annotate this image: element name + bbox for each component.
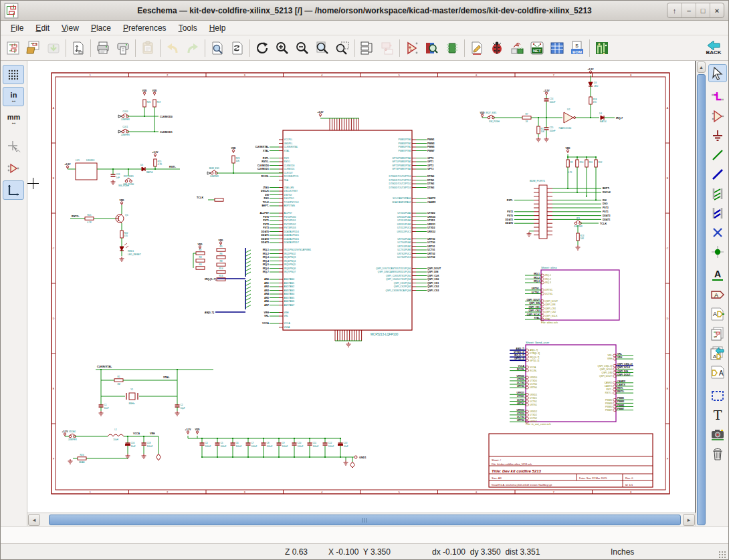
shade-button[interactable]: ↑	[667, 3, 682, 17]
plot-button[interactable]	[113, 37, 133, 59]
units-mm-button[interactable]: mm↔	[3, 109, 24, 128]
bus-to-bus-entry-button[interactable]	[708, 204, 727, 222]
svg-text:C7: C7	[251, 442, 253, 444]
svg-text:VCCA: VCCA	[133, 432, 140, 435]
cursor-shape-button[interactable]	[3, 136, 24, 156]
menu-place[interactable]: Place	[85, 22, 117, 34]
hscroll-thumb[interactable]: |||	[49, 515, 681, 525]
hv-orientation-button[interactable]	[3, 180, 24, 200]
place-wire-button[interactable]	[708, 146, 727, 164]
menu-tools[interactable]: Tools	[173, 22, 203, 34]
svg-text:URXD2: URXD2	[516, 409, 524, 412]
find-replace-button[interactable]	[227, 37, 247, 59]
hscroll-track[interactable]: |||	[41, 514, 682, 526]
svg-text:JUMPER: JUMPER	[210, 175, 219, 178]
grid-toggle-button[interactable]	[3, 65, 24, 84]
place-hierarchical-sheet-button[interactable]	[708, 324, 727, 342]
place-global-label-button[interactable]: A	[708, 285, 727, 303]
place-junction-button[interactable]	[708, 243, 727, 261]
svg-text:CLKOUT: CLKOUT	[284, 172, 292, 174]
assign-footprints-button[interactable]	[507, 37, 527, 59]
svg-text:R21: R21	[88, 214, 92, 217]
place-component-button[interactable]	[708, 107, 727, 125]
place-bus-button[interactable]	[708, 165, 727, 183]
print-button[interactable]	[93, 37, 113, 59]
close-button[interactable]: ×	[710, 3, 724, 17]
find-button[interactable]	[207, 37, 227, 59]
show-hidden-pins-button[interactable]	[3, 158, 24, 178]
select-cursor-icon	[710, 66, 725, 81]
svg-text:5: 5	[399, 74, 400, 77]
menu-file[interactable]: File	[5, 22, 29, 34]
menu-help[interactable]: Help	[203, 22, 232, 34]
open-schematic-button[interactable]	[23, 37, 43, 59]
zoom-out-button[interactable]	[292, 37, 312, 59]
svg-text:TEA: TEA	[284, 179, 288, 182]
vertical-scrollbar[interactable]: ▴	[696, 61, 706, 526]
units-inches-button[interactable]: in↔	[3, 87, 24, 106]
svg-text:BEAD: BEAD	[79, 461, 85, 464]
place-text-button[interactable]: T	[708, 406, 727, 424]
select-cursor-button[interactable]	[708, 64, 727, 82]
delete-item-button[interactable]	[708, 444, 727, 462]
zoom-in-button[interactable]	[272, 37, 292, 59]
place-no-connect-button[interactable]	[708, 223, 727, 241]
zoom-fit-button[interactable]	[312, 37, 332, 59]
place-image-button[interactable]	[708, 425, 727, 443]
horizontal-scrollbar[interactable]: ◂ ||| ▸	[27, 513, 696, 526]
menu-preferences[interactable]: Preferences	[117, 22, 173, 34]
menu-edit[interactable]: Edit	[29, 22, 56, 34]
svg-text:RSTO: RSTO	[284, 160, 290, 163]
annotate-button[interactable]	[467, 37, 487, 59]
new-schematic-button[interactable]	[3, 37, 23, 59]
symbol-fields-table-button[interactable]	[547, 37, 567, 59]
resize-grip[interactable]	[718, 551, 726, 559]
page-settings-button[interactable]	[68, 37, 88, 59]
vscroll-thumb[interactable]	[697, 74, 706, 525]
zoom-selection-button[interactable]	[332, 37, 352, 59]
navigate-hierarchy-button[interactable]	[357, 37, 377, 59]
svg-text:DTIN0/DTOUT0/PTD0: DTIN0/DTOUT0/PTD0	[389, 175, 411, 178]
schematic-page[interactable]: 1122334455667788AABBCCDDEEFFSheet: /File…	[46, 67, 675, 499]
svg-text:IRQ-3: IRQ-3	[545, 281, 551, 284]
svg-text:R18: R18	[593, 98, 597, 101]
svg-text:GPT[0..3]: GPT[0..3]	[514, 358, 524, 360]
scroll-left-arrow[interactable]: ◂	[28, 514, 40, 526]
svg-text:100nF: 100nF	[235, 445, 241, 448]
menu-view[interactable]: View	[56, 22, 85, 34]
svg-text:100nF: 100nF	[312, 445, 318, 448]
redraw-view-button[interactable]	[252, 37, 272, 59]
svg-text:QSPI_DIN: QSPI_DIN	[545, 303, 556, 306]
scroll-right-arrow[interactable]: ▸	[683, 514, 695, 526]
svg-text:R8: R8	[219, 260, 222, 263]
generate-netlist-button[interactable]: NET	[527, 37, 547, 59]
import-sheet-pin-button[interactable]: A	[708, 343, 727, 362]
highlight-net-button[interactable]	[708, 88, 727, 106]
titlebar[interactable]: Eeschema — kit-dev-coldfire-xilinx_5213 …	[1, 1, 728, 21]
svg-text:A: A	[719, 370, 724, 377]
place-graphic-line-button[interactable]	[708, 386, 727, 404]
wire-to-bus-entry-button[interactable]	[708, 184, 727, 202]
schematic-canvas[interactable]: 1122334455667788AABBCCDDEEFFSheet: /File…	[27, 61, 696, 513]
place-net-label-button[interactable]: A	[708, 266, 727, 284]
run-pcbnew-button[interactable]	[592, 37, 612, 59]
generate-bom-button[interactable]: $BOM	[567, 37, 587, 59]
place-hierarchical-label-button[interactable]: A	[708, 305, 727, 323]
place-power-port-button[interactable]	[708, 126, 727, 144]
erc-check-button[interactable]	[487, 37, 507, 59]
minimize-button[interactable]: –	[682, 3, 696, 17]
svg-text:UTXD1: UTXD1	[427, 219, 435, 222]
paste-icon	[140, 41, 155, 55]
svg-text:Sheet: Send_user: Sheet: Send_user	[526, 341, 550, 344]
place-sheet-pin-button[interactable]: A	[708, 363, 727, 381]
library-browser-button[interactable]	[422, 37, 442, 59]
svg-text:RSTO-: RSTO-	[605, 392, 612, 394]
back-button[interactable]: BACK	[702, 37, 726, 59]
svg-text:QSPI_DIN: QSPI_DIN	[529, 302, 540, 305]
scroll-up-arrow[interactable]: ▴	[697, 61, 706, 73]
svg-text:QSPI_CLK/URTS1/PQS2: QSPI_CLK/URTS1/PQS2	[386, 275, 411, 277]
maximize-button[interactable]: □	[696, 3, 710, 17]
library-editor-button[interactable]	[402, 37, 422, 59]
svg-text:DSI/TDI: DSI/TDI	[284, 194, 292, 196]
footprint-editor-button[interactable]	[442, 37, 462, 59]
